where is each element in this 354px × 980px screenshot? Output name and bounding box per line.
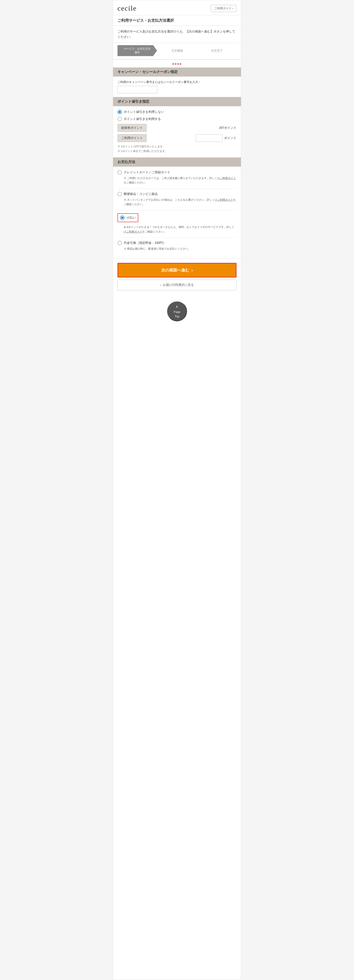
campaign-section-header: キャンペーン・セシールクーポン指定: [113, 67, 241, 76]
payment-credit-label: クレジットカード／ご登録カード: [124, 170, 170, 174]
page-wrapper: cecile ご利用ガイド › ご利用サービス・お支払方法選択 ご利用のサービス…: [113, 0, 241, 980]
bank-guide-link[interactable]: ご利用ガイド: [217, 198, 233, 201]
total-points-value: 267ポイント: [219, 126, 237, 130]
payment-divider2: [117, 210, 237, 210]
page-top-arrow-icon: ∧: [176, 304, 178, 309]
payment-dpay-note: ※ dポイントがたまる！つかえる！かんたん、便利、おトクなドコモのサービスです。…: [117, 225, 237, 234]
header: cecile ご利用ガイド ›: [113, 0, 241, 15]
points-note2: ※ 1ポイント単位でご利用いただけます。: [117, 149, 237, 154]
use-points-button[interactable]: ご利用ポイント: [117, 134, 147, 142]
total-points-button[interactable]: 総保有ポイント: [117, 124, 147, 132]
page-top-wrapper: ∧ Page Top: [113, 295, 241, 330]
payment-bank-header: 郵便振込・コンビニ振込: [117, 192, 237, 196]
next-btn-label: 次の画面へ進む: [161, 267, 189, 273]
payment-credit-radio[interactable]: [117, 170, 122, 175]
coupon-input[interactable]: [117, 86, 157, 93]
points-option2-row: ポイント値引きを利用する: [117, 117, 237, 121]
back-btn-label: お届け日時選択に戻る: [163, 283, 194, 287]
step-service: サービス・お支払方法選択: [117, 45, 157, 56]
next-chevron-icon: ›: [191, 267, 193, 273]
payment-cod-radio[interactable]: [117, 241, 122, 245]
step-service-label: サービス・お支払方法選択: [124, 47, 151, 54]
back-chevron-icon: ‹: [160, 283, 161, 287]
total-points-row: 総保有ポイント 267ポイント: [117, 124, 237, 132]
payment-credit-option: クレジットカード／ご登録カード ※ ご利用いただけるカードは、ご本人様名義に限ら…: [117, 170, 237, 185]
points-option1-row: ポイント値引きを利用しない: [117, 110, 237, 114]
arrow1-icon: ▶: [173, 62, 175, 65]
payment-cod-header: 代金引換（指定料金：330円）: [117, 241, 237, 245]
points-option1-radio[interactable]: [117, 110, 122, 114]
logo: cecile: [117, 4, 137, 13]
dpay-guide-link[interactable]: ご利用ガイド: [126, 230, 142, 233]
payment-cod-note: ※ 商品お届け時に、配達員に現金でお支払いください。: [117, 247, 237, 251]
back-btn-wrapper: ‹ お届け日時選択に戻る: [113, 280, 241, 295]
payment-dpay-radio[interactable]: [120, 215, 125, 220]
payment-divider3: [117, 237, 237, 238]
payment-bank-note: ※ ネットバンキングでお支払いの場合は、こちらをお選びください。詳しくはご利用ガ…: [117, 197, 237, 207]
arrow3-icon: ▶: [178, 62, 179, 65]
credit-guide-link[interactable]: ご利用ガイド: [220, 177, 236, 180]
points-section-body: ポイント値引きを利用しない ポイント値引きを利用する 総保有ポイント 267ポイ…: [113, 106, 241, 158]
payment-bank-radio[interactable]: [117, 192, 122, 196]
next-btn-wrapper: 次の画面へ進む ›: [113, 258, 241, 280]
payment-section-header: お支払方法: [113, 158, 241, 167]
payment-dpay-option: ｄ払い ※ dポイントがたまる！つかえる！かんたん、便利、おトクなドコモのサービ…: [117, 213, 237, 234]
points-note: ※ 1ポイント=1円で値引きいたします。 ※ 1ポイント単位でご利用いただけます…: [117, 144, 237, 154]
arrow2-icon: ▶: [175, 62, 177, 65]
points-option1-label: ポイント値引きを利用しない: [124, 110, 164, 114]
points-note1: ※ 1ポイント=1円で値引きいたします。: [117, 144, 237, 149]
description: ご利用のサービス及びお支払方法を選択のうえ、【次の画面へ進む】ボタンを押してくだ…: [113, 26, 241, 43]
step-arrows: ▶ ▶ ▶ ▶: [113, 61, 241, 67]
payment-dpay-label: ｄ払い: [126, 216, 136, 220]
payment-cod-label: 代金引換（指定料金：330円）: [124, 241, 166, 245]
page-title: ご利用サービス・お支払方法選択: [113, 15, 241, 26]
step-confirm: 注文確認: [157, 47, 197, 54]
next-button[interactable]: 次の画面へ進む ›: [117, 263, 237, 277]
coupon-label: ご利用のキャンペーン番号またはセシールクーポン番号を入力：: [117, 80, 237, 84]
payment-bank-label: 郵便振込・コンビニ振込: [124, 192, 158, 196]
payment-dpay-header: ｄ払い: [117, 213, 237, 223]
guide-btn-label: ご利用ガイド: [214, 6, 232, 10]
step-confirm-label: 注文確認: [171, 49, 183, 52]
back-button[interactable]: ‹ お届け日時選択に戻る: [117, 280, 237, 290]
payment-credit-note: ※ ご利用いただけるカードは、ご本人様名義に限らせていただきます。詳しくはご利用…: [117, 176, 237, 185]
step-complete-label: 注文完了: [211, 49, 222, 52]
steps: サービス・お支払方法選択 注文確認 注文完了: [113, 43, 241, 60]
page-top-button[interactable]: ∧ Page Top: [167, 301, 187, 321]
page-top-line1: Page: [174, 310, 180, 314]
arrow4-icon: ▶: [180, 62, 182, 65]
points-section-header: ポイント値引き指定: [113, 97, 241, 106]
page-top-line2: Top: [175, 314, 179, 319]
points-option2-label: ポイント値引きを利用する: [124, 117, 161, 121]
points-option2-radio[interactable]: [117, 117, 122, 121]
step-complete: 注文完了: [197, 47, 237, 54]
payment-credit-header: クレジットカード／ご登録カード: [117, 170, 237, 175]
payment-section-body: クレジットカード／ご登録カード ※ ご利用いただけるカードは、ご本人様名義に限ら…: [113, 167, 241, 258]
guide-arrow-icon: ›: [232, 7, 233, 10]
points-unit: ポイント: [224, 136, 237, 140]
dpay-selected-box: ｄ払い: [117, 213, 138, 222]
use-points-row: ご利用ポイント ポイント: [117, 134, 237, 142]
payment-cod-option: 代金引換（指定料金：330円） ※ 商品お届け時に、配達員に現金でお支払いくださ…: [117, 241, 237, 251]
guide-button[interactable]: ご利用ガイド ›: [211, 5, 237, 12]
use-points-input[interactable]: [196, 134, 222, 142]
payment-bank-option: 郵便振込・コンビニ振込 ※ ネットバンキングでお支払いの場合は、こちらをお選びく…: [117, 192, 237, 207]
campaign-section-body: ご利用のキャンペーン番号またはセシールクーポン番号を入力：: [113, 76, 241, 97]
